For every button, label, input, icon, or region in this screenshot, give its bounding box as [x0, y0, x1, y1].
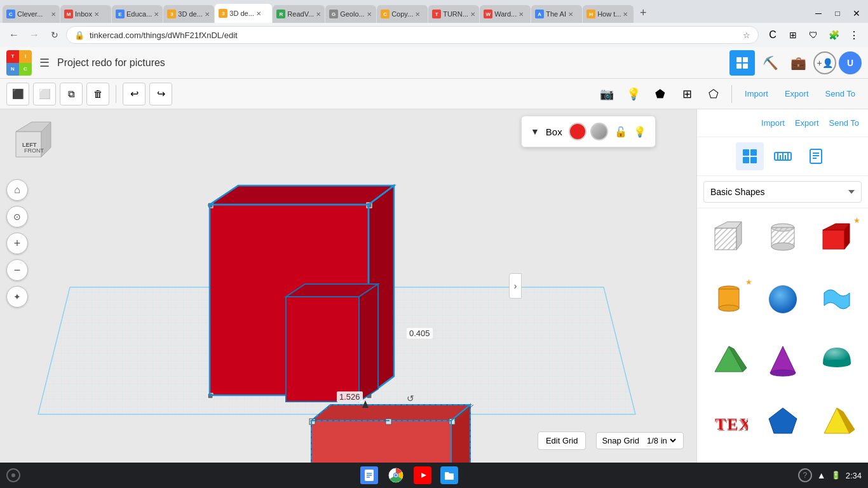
shape-cone-purple[interactable]	[757, 337, 808, 395]
chrome-menu[interactable]: ⋮	[845, 26, 863, 44]
tab-close-4[interactable]: ✕	[205, 11, 210, 18]
panel-collapse-button[interactable]: ›	[509, 273, 522, 299]
group-button[interactable]: ⬛	[6, 83, 29, 105]
grid-view-button[interactable]	[729, 50, 755, 76]
tab-9[interactable]: T TURN... ✕	[428, 5, 479, 23]
maximize-button[interactable]: □	[829, 6, 846, 20]
shape-text-red[interactable]: TEXT TEXT	[703, 399, 754, 457]
tab-close-11[interactable]: ✕	[568, 11, 573, 18]
export-button-right[interactable]: Export	[791, 114, 823, 132]
back-button[interactable]: ←	[5, 26, 23, 44]
shape-name-label: Box	[546, 126, 562, 137]
taskbar-youtube-button[interactable]	[414, 466, 431, 484]
info-icon[interactable]: 💡	[634, 126, 646, 138]
tab-close-8[interactable]: ✕	[415, 11, 420, 18]
shape-box-red[interactable]: ★	[811, 215, 862, 273]
tab-close-10[interactable]: ✕	[519, 11, 524, 18]
right-panel: Import Export Send To	[696, 109, 868, 463]
shape-squiggle[interactable]	[811, 276, 862, 334]
shape-pentagon-blue[interactable]	[757, 399, 808, 457]
light-button[interactable]: 💡	[622, 83, 645, 105]
ungroup-button[interactable]: ⬜	[33, 83, 56, 105]
tab-4[interactable]: 3 3D de... ✕	[163, 5, 214, 23]
tab-close-9[interactable]: ✕	[470, 11, 475, 18]
tab-10[interactable]: W Ward... ✕	[480, 5, 531, 23]
tab-1[interactable]: C Clever... ✕	[3, 5, 60, 23]
undo-button[interactable]: ↩	[123, 83, 146, 105]
chatgpt-icon[interactable]: C	[764, 26, 782, 44]
taskbar-chrome-button[interactable]	[387, 466, 405, 484]
duplicate-button[interactable]: ⧉	[60, 83, 83, 105]
shape-pyramid-yellow[interactable]	[811, 399, 862, 457]
shape-sphere-blue[interactable]	[757, 276, 808, 334]
close-button[interactable]: ✕	[848, 6, 865, 20]
tab-close-2[interactable]: ✕	[94, 11, 99, 18]
send-to-button[interactable]: Send To	[819, 85, 862, 102]
taskbar-docs-button[interactable]	[360, 466, 378, 484]
tab-close-7[interactable]: ✕	[367, 11, 372, 18]
tab-5-active[interactable]: 3 3D de... ✕	[215, 4, 272, 23]
shape-collapse-button[interactable]: ▼	[531, 126, 539, 137]
notes-button[interactable]	[802, 142, 830, 170]
redo-button[interactable]: ↪	[149, 83, 172, 105]
tab-close-6[interactable]: ✕	[316, 11, 321, 18]
ruler-button[interactable]	[769, 142, 797, 170]
import-button[interactable]: Import	[738, 85, 775, 102]
user-avatar[interactable]: U	[839, 51, 862, 74]
svg-point-70	[719, 305, 739, 311]
edit-grid-button[interactable]: Edit Grid	[538, 431, 587, 450]
qr-icon[interactable]: ⊞	[784, 26, 802, 44]
address-bar[interactable]: 🔒 tinkercad.com/things/dWhF21fXnDL/edit …	[66, 26, 759, 44]
bookmark-icon[interactable]: ☆	[743, 30, 750, 40]
shape-box-stripes[interactable]	[703, 215, 754, 273]
lock-shape-icon[interactable]: 🔓	[614, 126, 627, 138]
delete-button[interactable]: 🗑	[86, 83, 109, 105]
svg-rect-0	[736, 57, 742, 62]
svg-marker-22	[286, 297, 359, 402]
shapes-category-select[interactable]: Basic Shapes	[703, 181, 862, 203]
tab-11[interactable]: A The AI ✕	[531, 5, 582, 23]
shape-cylinder-orange[interactable]: ★	[703, 276, 754, 334]
tab-3[interactable]: E Educa... ✕	[112, 5, 163, 23]
shape-button[interactable]: ⬟	[649, 83, 672, 105]
hole-swatch[interactable]	[590, 123, 608, 140]
tab-6[interactable]: R ReadV... ✕	[273, 5, 325, 23]
pickaxe-button[interactable]: ⛏️	[757, 50, 783, 76]
export-button[interactable]: Export	[778, 85, 815, 102]
help-circle-button[interactable]: ?	[798, 468, 812, 482]
camera-view-button[interactable]: 📷	[595, 83, 618, 105]
add-user-button[interactable]: +👤	[813, 51, 836, 74]
tab-close-12[interactable]: ✕	[623, 11, 628, 18]
minimize-button[interactable]: ─	[810, 6, 827, 20]
briefcase-button[interactable]: 💼	[785, 50, 811, 76]
viewport[interactable]: LEFT FRONT ⌂ ⊙ + − ✦	[0, 109, 696, 463]
reload-button[interactable]: ↻	[46, 26, 64, 44]
tab-7[interactable]: G Geolo... ✕	[325, 5, 376, 23]
tab-close-5[interactable]: ✕	[256, 10, 261, 17]
forward-button[interactable]: →	[25, 26, 43, 44]
align-button[interactable]: ⊞	[675, 83, 698, 105]
send-to-button-right[interactable]: Send To	[825, 114, 863, 132]
shield-icon[interactable]: 🛡	[804, 26, 822, 44]
import-button-right[interactable]: Import	[757, 114, 789, 132]
list-view-button[interactable]: ☰	[37, 53, 52, 72]
taskbar-files-button[interactable]	[440, 466, 458, 484]
grid-shapes-button[interactable]	[736, 142, 764, 170]
snap-value-select[interactable]: 1/8 in 1/4 in 1 mm	[644, 435, 678, 446]
svg-rect-46	[750, 157, 757, 163]
tab-2[interactable]: M Inbox ✕	[60, 5, 111, 23]
tab-8[interactable]: C Copy... ✕	[377, 5, 428, 23]
svg-marker-91	[421, 473, 426, 478]
shape-half-sphere[interactable]	[811, 337, 862, 395]
tab-close-1[interactable]: ✕	[51, 11, 56, 18]
shape-pyramid-green[interactable]	[703, 337, 754, 395]
tab-close-3[interactable]: ✕	[154, 11, 159, 18]
tinkercad-logo[interactable]: T I N C	[6, 50, 32, 76]
mirror-button[interactable]: ⬠	[702, 83, 725, 105]
extensions-icon[interactable]: 🧩	[825, 26, 843, 44]
svg-rect-2	[736, 64, 742, 69]
shape-cylinder-stripes[interactable]	[757, 215, 808, 273]
new-tab-button[interactable]: +	[634, 4, 652, 22]
shape-color-swatch[interactable]	[569, 123, 587, 140]
tab-12[interactable]: H How t... ✕	[583, 5, 634, 23]
